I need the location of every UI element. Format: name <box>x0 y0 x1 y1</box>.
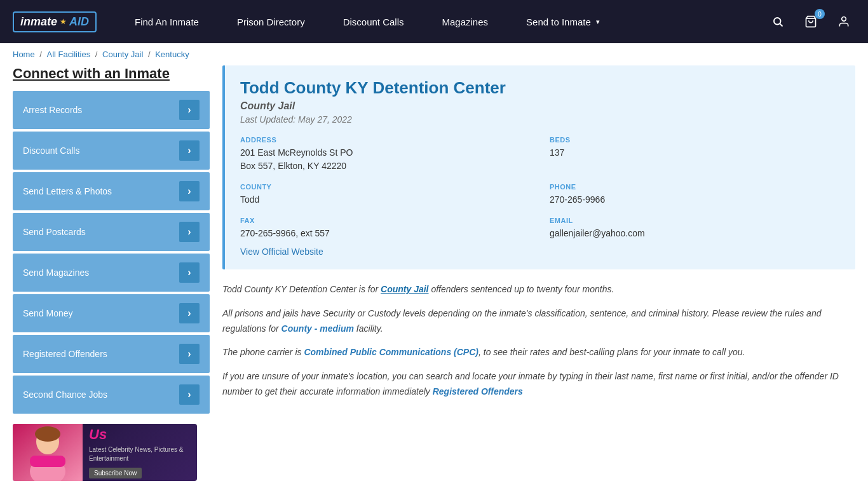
phone-label: PHONE <box>550 183 840 191</box>
fax-value: 270-265-9966, ext 557 <box>240 227 531 240</box>
cart-count: 0 <box>815 9 825 19</box>
sidebar-item-send-letters[interactable]: Send Letters & Photos › <box>13 172 210 210</box>
sidebar-item-registered-offenders[interactable]: Registered Offenders › <box>13 335 210 373</box>
ad-brand: Us <box>89 426 191 443</box>
facility-updated: Last Updated: May 27, 2022 <box>240 114 840 125</box>
detail-county: COUNTY Todd <box>240 183 531 207</box>
svg-line-1 <box>780 24 782 26</box>
user-account-button[interactable] <box>832 10 855 33</box>
sidebar-arrow-arrest-records: › <box>179 100 200 120</box>
email-value: gallenjailer@yahoo.com <box>550 227 840 240</box>
ad-subscribe-button[interactable]: Subscribe Now <box>89 468 142 478</box>
sidebar: Connect with an Inmate Arrest Records › … <box>13 65 210 481</box>
breadcrumb-home[interactable]: Home <box>13 50 35 59</box>
fax-label: FAX <box>240 217 531 224</box>
sidebar-item-send-money[interactable]: Send Money › <box>13 294 210 332</box>
county-value: Todd <box>240 193 531 207</box>
email-label: EMAIL <box>550 217 840 224</box>
ad-tagline: Latest Celebrity News, Pictures & Entert… <box>89 445 191 463</box>
svg-point-3 <box>842 17 846 22</box>
breadcrumb-state[interactable]: Kentucky <box>155 50 189 59</box>
sidebar-arrow-registered-offenders: › <box>179 344 200 364</box>
county-medium-link[interactable]: County - medium <box>281 323 354 334</box>
nav-links: Find An Inmate Prison Directory Discount… <box>116 0 766 43</box>
description-para2: All prisons and jails have Security or C… <box>222 306 855 337</box>
detail-address: ADDRESS 201 East McReynolds St PO Box 55… <box>240 136 531 173</box>
nav-find-inmate[interactable]: Find An Inmate <box>116 0 218 43</box>
registered-offenders-link[interactable]: Registered Offenders <box>433 386 523 396</box>
sidebar-arrow-discount-calls: › <box>179 140 200 161</box>
sidebar-arrow-send-magazines: › <box>179 262 200 283</box>
detail-beds: BEDS 137 <box>550 136 840 173</box>
ad-banner[interactable]: Us Latest Celebrity News, Pictures & Ent… <box>13 424 197 481</box>
sidebar-item-arrest-records[interactable]: Arrest Records › <box>13 91 210 129</box>
sidebar-item-send-magazines[interactable]: Send Magazines › <box>13 254 210 292</box>
address-value: 201 East McReynolds St PO Box 557, Elkto… <box>240 146 531 173</box>
detail-phone: PHONE 270-265-9966 <box>550 183 840 207</box>
description-para4: If you are unsure of your inmate's locat… <box>222 369 855 400</box>
facility-description: Todd County KY Detention Center is for C… <box>222 282 855 400</box>
sidebar-menu: Arrest Records › Discount Calls › Send L… <box>13 91 210 414</box>
facility-name: Todd County KY Detention Center <box>240 78 840 98</box>
facility-details: ADDRESS 201 East McReynolds St PO Box 55… <box>240 136 840 240</box>
official-website-link[interactable]: View Official Website <box>240 247 323 257</box>
navbar: inmate ★ AID Find An Inmate Prison Direc… <box>0 0 868 43</box>
sidebar-arrow-send-money: › <box>179 303 200 323</box>
breadcrumb-county-jail[interactable]: County Jail <box>102 50 143 59</box>
detail-email: EMAIL gallenjailer@yahoo.com <box>550 217 840 240</box>
search-button[interactable] <box>766 10 789 33</box>
nav-icons: 0 <box>766 10 855 33</box>
sidebar-arrow-send-letters: › <box>179 181 200 201</box>
address-label: ADDRESS <box>240 136 531 144</box>
logo-text-aid: AID <box>69 15 89 29</box>
description-para3: The phone carrier is Combined Public Com… <box>222 345 855 360</box>
nav-magazines[interactable]: Magazines <box>423 0 508 43</box>
nav-discount-calls[interactable]: Discount Calls <box>324 0 423 43</box>
sidebar-item-second-chance-jobs[interactable]: Second Chance Jobs › <box>13 376 210 414</box>
sidebar-item-send-postcards[interactable]: Send Postcards › <box>13 213 210 251</box>
logo-text-inmate: inmate <box>20 15 57 29</box>
facility-card: Todd County KY Detention Center County J… <box>222 65 855 269</box>
nav-send-to-inmate[interactable]: Send to Inmate ▾ <box>507 0 619 43</box>
county-label: COUNTY <box>240 183 531 191</box>
svg-point-6 <box>35 426 60 442</box>
ad-text-area: Us Latest Celebrity News, Pictures & Ent… <box>83 424 197 481</box>
sidebar-title: Connect with an Inmate <box>13 65 210 82</box>
detail-fax: FAX 270-265-9966, ext 557 <box>240 217 531 240</box>
cart-button[interactable]: 0 <box>799 10 822 33</box>
county-jail-link[interactable]: County Jail <box>381 284 428 294</box>
phone-value: 270-265-9966 <box>550 193 840 207</box>
ad-image <box>13 424 83 481</box>
svg-point-0 <box>774 18 781 25</box>
cpc-link[interactable]: Combined Public Communications (CPC) <box>304 347 478 357</box>
main-container: Connect with an Inmate Arrest Records › … <box>0 65 868 488</box>
beds-value: 137 <box>550 146 840 159</box>
dropdown-arrow-icon: ▾ <box>596 18 600 26</box>
sidebar-arrow-send-postcards: › <box>179 222 200 242</box>
facility-type: County Jail <box>240 100 840 112</box>
logo[interactable]: inmate ★ AID <box>13 11 97 32</box>
sidebar-arrow-second-chance-jobs: › <box>179 384 200 405</box>
main-content: Todd County KY Detention Center County J… <box>222 65 855 481</box>
logo-crown: ★ <box>60 17 67 26</box>
description-para1: Todd County KY Detention Center is for C… <box>222 282 855 297</box>
svg-rect-8 <box>30 456 65 467</box>
sidebar-item-discount-calls[interactable]: Discount Calls › <box>13 132 210 170</box>
nav-prison-directory[interactable]: Prison Directory <box>218 0 324 43</box>
breadcrumb-all-facilities[interactable]: All Facilities <box>47 50 91 59</box>
beds-label: BEDS <box>550 136 840 144</box>
breadcrumb: Home / All Facilities / County Jail / Ke… <box>0 43 868 65</box>
